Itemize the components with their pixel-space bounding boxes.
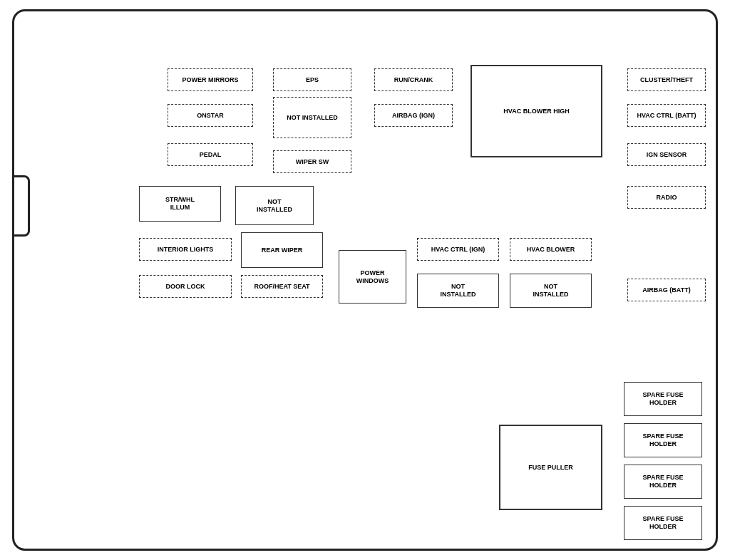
- power-mirrors: POWER MIRRORS: [168, 68, 253, 91]
- eps: EPS: [273, 68, 351, 91]
- spare-fuse-4: SPARE FUSE HOLDER: [624, 506, 702, 540]
- fuse-box-diagram: POWER MIRRORSEPSRUN/CRANKHVAC BLOWER HIG…: [12, 9, 718, 551]
- airbag-batt: AIRBAG (BATT): [627, 279, 706, 301]
- hvac-ctrl-ign: HVAC CTRL (IGN): [417, 238, 499, 261]
- str-whl-illum: STR/WHL ILLUM: [139, 186, 221, 222]
- spare-fuse-1: SPARE FUSE HOLDER: [624, 382, 702, 416]
- not-installed-3: NOT INSTALLED: [417, 274, 499, 308]
- wiper-sw: WIPER SW: [273, 150, 351, 173]
- cluster-theft: CLUSTER/THEFT: [627, 68, 706, 91]
- run-crank: RUN/CRANK: [374, 68, 453, 91]
- hvac-blower: HVAC BLOWER: [510, 238, 592, 261]
- ign-sensor: IGN SENSOR: [627, 143, 706, 166]
- power-windows: POWER WINDOWS: [339, 250, 406, 304]
- spare-fuse-2: SPARE FUSE HOLDER: [624, 423, 702, 457]
- fuse-puller: FUSE PULLER: [499, 425, 602, 510]
- rear-wiper: REAR WIPER: [241, 232, 323, 268]
- airbag-ign: AIRBAG (IGN): [374, 104, 453, 127]
- spare-fuse-3: SPARE FUSE HOLDER: [624, 465, 702, 499]
- hvac-ctrl-batt: HVAC CTRL (BATT): [627, 104, 706, 127]
- diagram-area: POWER MIRRORSEPSRUN/CRANKHVAC BLOWER HIG…: [14, 11, 716, 549]
- not-installed-4: NOT INSTALLED: [510, 274, 592, 308]
- not-installed-1: NOT INSTALLED: [273, 97, 351, 138]
- onstar: ONSTAR: [168, 104, 253, 127]
- roof-heat-seat: ROOF/HEAT SEAT: [241, 275, 323, 298]
- hvac-blower-high: HVAC BLOWER HIGH: [471, 65, 602, 157]
- not-installed-2: NOT INSTALLED: [235, 186, 314, 225]
- radio: RADIO: [627, 186, 706, 209]
- pedal: PEDAL: [168, 143, 253, 166]
- door-lock: DOOR LOCK: [139, 275, 232, 298]
- interior-lights: INTERIOR LIGHTS: [139, 238, 232, 261]
